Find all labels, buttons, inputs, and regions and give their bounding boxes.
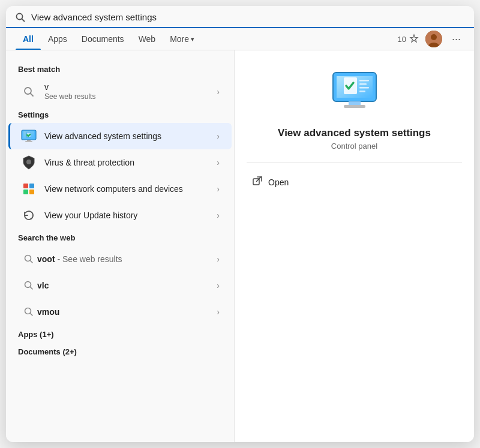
search-window: All Apps Documents Web More ▾ 10 ··· — [6, 6, 474, 442]
nav-tabs: All Apps Documents Web More ▾ 10 ··· — [6, 28, 474, 50]
web-search-icon-2 — [20, 277, 37, 294]
chevron-right-icon-5: › — [217, 254, 220, 264]
network-text: View network computers and devices — [44, 184, 214, 194]
update-title: View your Update history — [44, 211, 214, 220]
svg-rect-24 — [344, 105, 365, 108]
tab-web[interactable]: Web — [131, 28, 163, 50]
refresh-icon — [20, 207, 37, 224]
settings-item-view-advanced[interactable]: View advanced system settings › — [8, 123, 232, 149]
best-match-subtitle: See web results — [44, 92, 214, 101]
tab-apps[interactable]: Apps — [41, 28, 74, 50]
web-item-voot[interactable]: voot - See web results › — [8, 246, 232, 272]
settings-label: Settings — [6, 106, 234, 123]
best-match-title: v — [44, 82, 214, 92]
avatar[interactable] — [425, 31, 442, 47]
nav-right: 10 ··· — [398, 31, 464, 47]
apps-section-label: Apps (1+) — [6, 325, 234, 342]
search-bar — [6, 6, 474, 28]
web-item-vmou[interactable]: vmou › — [8, 299, 232, 325]
svg-point-14 — [26, 160, 31, 164]
update-text: View your Update history — [44, 211, 214, 220]
virus-title: Virus & threat protection — [44, 158, 214, 167]
svg-rect-29 — [359, 91, 365, 92]
detail-title: View advanced system settings — [278, 127, 431, 139]
search-bar-icon — [16, 13, 25, 22]
web-search-icon-1 — [20, 251, 37, 267]
svg-rect-23 — [349, 101, 361, 105]
chevron-right-icon-4: › — [217, 211, 220, 220]
main-content: Best match v See web results › Settings — [6, 50, 474, 442]
shield-icon — [20, 154, 37, 171]
tab-all[interactable]: All — [16, 28, 41, 50]
svg-line-18 — [30, 287, 32, 289]
svg-line-6 — [31, 93, 34, 96]
network-icon — [20, 181, 37, 197]
svg-line-20 — [30, 313, 32, 315]
svg-point-3 — [431, 34, 437, 40]
settings-item-update[interactable]: View your Update history › — [8, 202, 232, 228]
best-match-item[interactable]: v See web results › — [8, 77, 232, 106]
settings-item-virus[interactable]: Virus & threat protection › — [8, 149, 232, 176]
best-match-label: Best match — [6, 60, 234, 77]
left-panel: Best match v See web results › Settings — [6, 50, 234, 442]
open-label: Open — [268, 178, 289, 187]
web-item-vlc[interactable]: vlc › — [8, 272, 232, 299]
chevron-right-icon-1: › — [217, 131, 220, 141]
svg-line-1 — [22, 19, 25, 21]
monitor-icon — [20, 128, 37, 145]
settings-item-network[interactable]: View network computers and devices › — [8, 176, 232, 202]
right-panel: View advanced system settings Control pa… — [234, 50, 474, 442]
chevron-right-icon: › — [217, 87, 220, 97]
tab-documents[interactable]: Documents — [74, 28, 131, 50]
virus-text: Virus & threat protection — [44, 158, 214, 167]
chevron-right-icon-7: › — [217, 307, 220, 317]
svg-line-16 — [30, 260, 32, 263]
view-advanced-title: View advanced system settings — [44, 131, 214, 141]
svg-rect-27 — [359, 83, 367, 85]
documents-section-label: Documents (2+) — [6, 342, 234, 360]
chevron-right-icon-2: › — [217, 158, 220, 167]
svg-rect-10 — [27, 140, 31, 141]
svg-rect-11 — [25, 141, 32, 142]
open-action[interactable]: Open — [247, 173, 462, 192]
web-search-label: Search the web — [6, 228, 234, 246]
web-vlc-text: vlc — [37, 281, 214, 290]
chevron-right-icon-6: › — [217, 281, 220, 290]
open-external-icon — [253, 176, 262, 188]
best-match-text: v See web results — [44, 82, 214, 101]
divider — [247, 163, 462, 163]
more-options-button[interactable]: ··· — [448, 32, 464, 47]
detail-category: Control panel — [331, 142, 377, 151]
tab-more[interactable]: More ▾ — [163, 28, 202, 50]
trophy-icon — [409, 34, 419, 44]
web-search-icon-3 — [20, 303, 37, 320]
score-badge: 10 — [398, 34, 419, 44]
web-vmou-text: vmou — [37, 307, 214, 317]
best-match-icon — [20, 83, 37, 100]
app-icon-large — [331, 68, 379, 116]
view-advanced-text: View advanced system settings — [44, 131, 214, 141]
web-voot-text: voot - See web results — [37, 254, 214, 264]
svg-rect-28 — [359, 87, 369, 89]
search-input[interactable] — [31, 12, 464, 22]
network-title: View network computers and devices — [44, 184, 214, 194]
chevron-down-icon: ▾ — [191, 35, 194, 43]
svg-rect-26 — [359, 80, 369, 82]
chevron-right-icon-3: › — [217, 184, 220, 194]
